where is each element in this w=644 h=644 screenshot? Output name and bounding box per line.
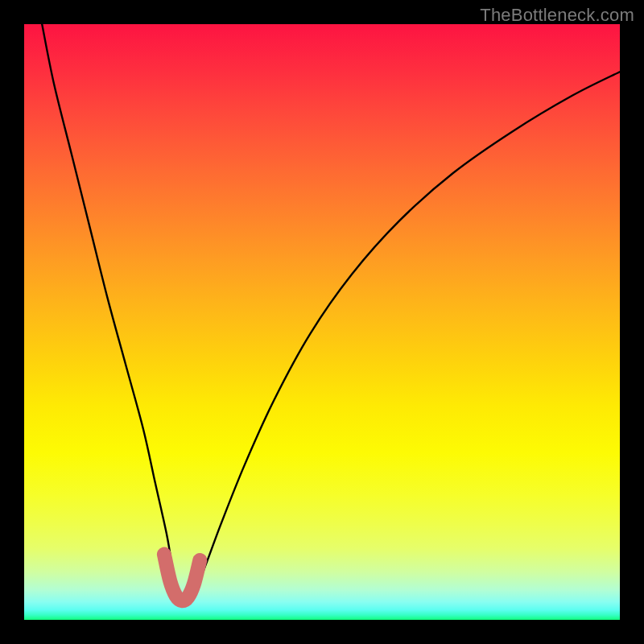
bottleneck-curve (42, 24, 620, 602)
highlight-trough (164, 555, 200, 601)
watermark-text: TheBottleneck.com (480, 5, 634, 26)
plot-area (24, 24, 620, 620)
curve-layer (24, 24, 620, 620)
chart-frame: TheBottleneck.com (0, 0, 644, 644)
